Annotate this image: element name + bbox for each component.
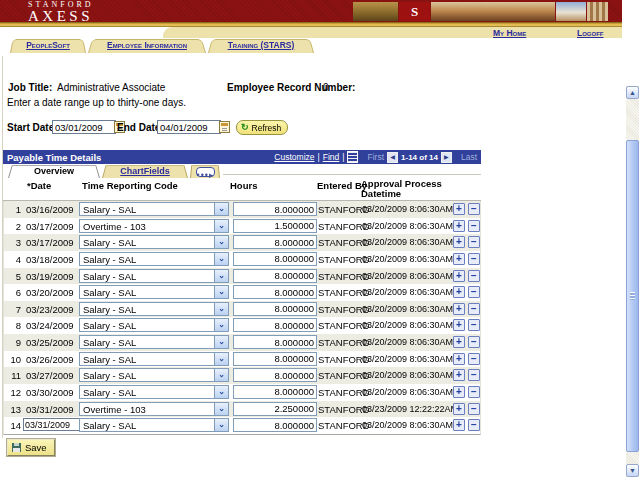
delete-row-button[interactable]: − bbox=[468, 303, 480, 315]
date-input[interactable] bbox=[23, 418, 81, 431]
trc-dropdown[interactable]: Salary - SAL ⌄ bbox=[79, 285, 229, 299]
trc-dropdown[interactable]: Salary - SAL ⌄ bbox=[79, 352, 229, 366]
delete-row-button[interactable]: − bbox=[468, 369, 480, 381]
hours-input[interactable] bbox=[233, 302, 317, 316]
grid-column-headers: *Date Time Reporting Code Hours Entered … bbox=[3, 178, 481, 201]
row-date: 03/19/2009 bbox=[26, 271, 74, 282]
scrollbar-up-icon[interactable]: ▲ bbox=[626, 86, 639, 99]
trc-dropdown[interactable]: Salary - SAL ⌄ bbox=[79, 252, 229, 266]
delete-row-button[interactable]: − bbox=[468, 336, 480, 348]
start-date-input[interactable] bbox=[52, 120, 116, 134]
delete-row-button[interactable]: − bbox=[468, 286, 480, 298]
last-link: Last bbox=[461, 152, 477, 162]
row-number: 9 bbox=[4, 337, 21, 348]
grid-tab-overview[interactable]: Overview bbox=[8, 164, 100, 178]
trc-dropdown[interactable]: Salary - SAL ⌄ bbox=[79, 368, 229, 382]
delete-row-button[interactable]: − bbox=[468, 270, 480, 282]
hours-input[interactable] bbox=[233, 235, 317, 249]
tab-employee-information-label: Employee Information bbox=[88, 38, 206, 53]
trc-dropdown[interactable]: Salary - SAL ⌄ bbox=[79, 269, 229, 283]
hours-input[interactable] bbox=[233, 269, 317, 283]
refresh-button[interactable]: ↻ Refresh bbox=[236, 120, 288, 135]
trc-dropdown[interactable]: Salary - SAL ⌄ bbox=[79, 302, 229, 316]
table-row: 9 03/25/2009 Salary - SAL ⌄ STANFORD 03/… bbox=[4, 334, 480, 351]
delete-row-button[interactable]: − bbox=[468, 203, 480, 215]
tab-employee-information[interactable]: Employee Information bbox=[88, 38, 206, 53]
hours-input[interactable] bbox=[233, 385, 317, 399]
hours-input[interactable] bbox=[233, 219, 317, 233]
delete-row-button[interactable]: − bbox=[468, 220, 480, 232]
tab-peoplesoft[interactable]: PeopleSoft bbox=[10, 38, 86, 53]
add-row-button[interactable]: + bbox=[453, 220, 465, 232]
trc-dropdown[interactable]: Salary - SAL ⌄ bbox=[79, 418, 229, 432]
add-row-button[interactable]: + bbox=[453, 303, 465, 315]
add-row-button[interactable]: + bbox=[453, 353, 465, 365]
table-row: 2 03/17/2009 Overtime - 103 ⌄ STANFORD 0… bbox=[4, 218, 480, 235]
download-spreadsheet-icon[interactable] bbox=[347, 151, 358, 163]
add-row-button[interactable]: + bbox=[453, 386, 465, 398]
stanford-axess-banner: STANFORD AXESS S bbox=[0, 0, 622, 22]
tab-training-stars[interactable]: Training (STARS) bbox=[208, 38, 314, 53]
previous-page-icon[interactable]: ◀ bbox=[387, 152, 398, 163]
row-date: 03/23/2009 bbox=[26, 304, 74, 315]
save-button[interactable]: Save bbox=[7, 439, 55, 456]
delete-row-button[interactable]: − bbox=[468, 419, 480, 431]
delete-row-button[interactable]: − bbox=[468, 403, 480, 415]
trc-dropdown[interactable]: Salary - SAL ⌄ bbox=[79, 235, 229, 249]
chevron-down-icon: ⌄ bbox=[214, 220, 228, 232]
end-date-calendar-icon[interactable] bbox=[219, 121, 230, 133]
hours-input[interactable] bbox=[233, 252, 317, 266]
approval-datetime: 03/20/2009 8:06:30AM bbox=[362, 287, 453, 297]
add-row-button[interactable]: + bbox=[453, 336, 465, 348]
hours-input[interactable] bbox=[233, 202, 317, 216]
trc-dropdown-value: Overtime - 103 bbox=[83, 221, 146, 232]
grid-tab-chartfields[interactable]: ChartFields bbox=[102, 164, 188, 178]
add-row-button[interactable]: + bbox=[453, 236, 465, 248]
find-link[interactable]: Find bbox=[323, 152, 340, 162]
grid-tab-show-all-columns[interactable]: •••▸ bbox=[190, 164, 220, 178]
trc-dropdown-value: Salary - SAL bbox=[83, 320, 136, 331]
add-row-button[interactable]: + bbox=[453, 286, 465, 298]
row-date: 03/26/2009 bbox=[26, 354, 74, 365]
hours-input[interactable] bbox=[233, 285, 317, 299]
hours-input[interactable] bbox=[233, 368, 317, 382]
add-row-button[interactable]: + bbox=[453, 253, 465, 265]
payable-time-details-grid: Payable Time Details Customize | Find | … bbox=[3, 150, 481, 435]
add-row-button[interactable]: + bbox=[453, 403, 465, 415]
trc-dropdown[interactable]: Salary - SAL ⌄ bbox=[79, 202, 229, 216]
approval-datetime: 03/20/2009 8:06:30AM bbox=[362, 237, 453, 247]
next-page-icon[interactable]: ▶ bbox=[441, 152, 452, 163]
hours-input[interactable] bbox=[233, 418, 317, 432]
trc-dropdown[interactable]: Salary - SAL ⌄ bbox=[79, 335, 229, 349]
hours-input[interactable] bbox=[233, 318, 317, 332]
approval-datetime: 03/20/2009 8:06:30AM bbox=[362, 271, 453, 281]
hours-input[interactable] bbox=[233, 402, 317, 416]
logoff-link[interactable]: Logoff bbox=[577, 28, 604, 38]
scrollbar-down-icon[interactable]: ▼ bbox=[626, 464, 639, 477]
add-row-button[interactable]: + bbox=[453, 369, 465, 381]
add-row-button[interactable]: + bbox=[453, 270, 465, 282]
delete-row-button[interactable]: − bbox=[468, 386, 480, 398]
my-home-link[interactable]: My Home bbox=[493, 28, 526, 38]
delete-row-button[interactable]: − bbox=[468, 236, 480, 248]
trc-dropdown[interactable]: Overtime - 103 ⌄ bbox=[79, 402, 229, 416]
trc-dropdown[interactable]: Salary - SAL ⌄ bbox=[79, 385, 229, 399]
column-header-hours: Hours bbox=[230, 180, 257, 191]
vertical-scrollbar[interactable]: ▲ ▼ bbox=[626, 86, 639, 477]
add-row-button[interactable]: + bbox=[453, 319, 465, 331]
delete-row-button[interactable]: − bbox=[468, 253, 480, 265]
page: STANFORD AXESS S My Home Logoff PeopleSo… bbox=[0, 0, 640, 480]
trc-dropdown[interactable]: Salary - SAL ⌄ bbox=[79, 318, 229, 332]
add-row-button[interactable]: + bbox=[453, 203, 465, 215]
hours-input[interactable] bbox=[233, 335, 317, 349]
hours-input[interactable] bbox=[233, 352, 317, 366]
end-date-input[interactable] bbox=[157, 120, 221, 134]
scrollbar-thumb[interactable] bbox=[626, 140, 639, 452]
customize-link[interactable]: Customize bbox=[274, 152, 314, 162]
grid-tab-bar: Overview ChartFields •••▸ bbox=[3, 164, 481, 178]
delete-row-button[interactable]: − bbox=[468, 319, 480, 331]
add-row-button[interactable]: + bbox=[453, 419, 465, 431]
row-date: 03/20/2009 bbox=[26, 287, 74, 298]
delete-row-button[interactable]: − bbox=[468, 353, 480, 365]
trc-dropdown[interactable]: Overtime - 103 ⌄ bbox=[79, 219, 229, 233]
